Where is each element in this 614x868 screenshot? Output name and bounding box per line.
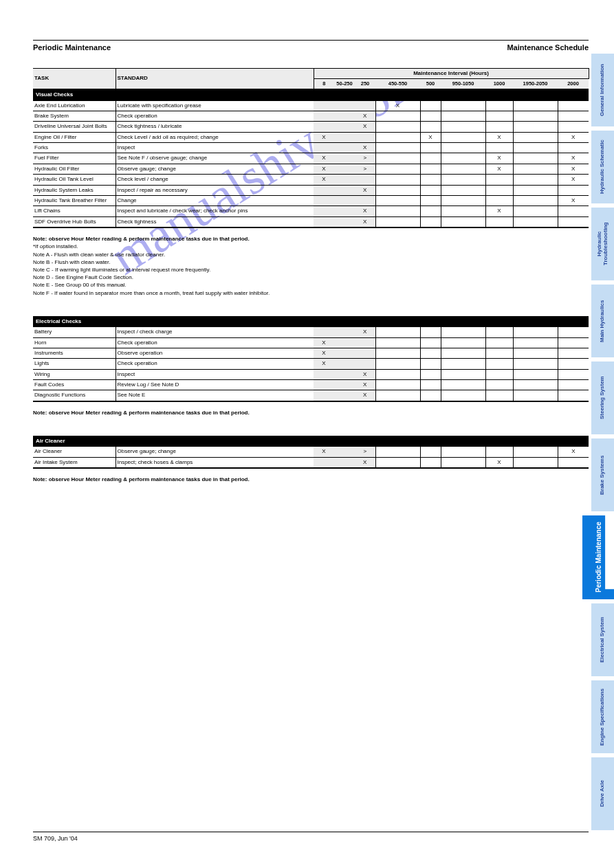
task-cell: Hydraulic Tank Breather Filter (33, 196, 116, 206)
interval-cell: X (355, 206, 375, 216)
interval-cell (334, 132, 355, 142)
interval-cell (441, 369, 485, 379)
task-cell: Lift Chains (33, 206, 116, 216)
interval-cell (375, 348, 420, 358)
standard-cell: Check operation (116, 337, 314, 348)
interval-cell: X (314, 359, 334, 369)
interval-cell: X (420, 132, 441, 142)
interval-cell (513, 369, 558, 379)
table-row: Hydraulic Oil FilterObserve gauge; chang… (33, 164, 589, 174)
interval-cell (375, 216, 420, 227)
interval-cell: X (314, 348, 334, 358)
interval-cell (420, 153, 441, 164)
interval-cell: X (558, 447, 589, 457)
interval-cell (513, 447, 558, 457)
interval-cell (513, 111, 558, 121)
task-cell: Brake System (33, 111, 116, 121)
interval-cell (513, 185, 558, 195)
interval-cell (355, 196, 375, 206)
side-tab[interactable]: Periodic Maintenance (582, 515, 614, 599)
interval-cell: > (355, 153, 375, 164)
interval-cell (441, 447, 485, 457)
interval-cell (375, 164, 420, 174)
interval-cell (441, 153, 485, 164)
interval-cell (420, 185, 441, 195)
interval-cell (485, 175, 513, 185)
interval-cell: X (355, 380, 375, 390)
interval-cell (420, 359, 441, 369)
interval-cell (314, 185, 334, 195)
col-interval: Maintenance Interval (Hours) (314, 69, 589, 79)
note-line: Note E - See Group 00 of this manual. (33, 281, 589, 289)
interval-cell (375, 369, 420, 379)
table-row: ForksInspectX (33, 143, 589, 153)
interval-cell (485, 380, 513, 390)
interval-cell (420, 206, 441, 216)
side-tab[interactable]: Electrical System (591, 603, 614, 676)
standard-cell: Inspect / repair as necessary (116, 185, 314, 195)
interval-cell (441, 164, 485, 174)
interval-cell (558, 337, 589, 348)
table-row: Fault CodesReview Log / See Note DX (33, 380, 589, 390)
task-cell: Battery (33, 327, 116, 337)
table-row: Air Intake SystemInspect; check hoses & … (33, 457, 589, 468)
interval-cell: X (355, 327, 375, 337)
task-cell: Horn (33, 337, 116, 348)
task-cell: Axle End Lubrication (33, 101, 116, 111)
section-visual: Visual Checks (33, 89, 589, 101)
interval-cell: X (485, 164, 513, 174)
table-row: Diagnostic FunctionsSee Note EX (33, 390, 589, 401)
interval-cell: X (355, 122, 375, 132)
task-cell: Engine Oil / Filter (33, 132, 116, 142)
side-tab[interactable]: Drive Axle (591, 757, 614, 830)
interval-cell (485, 111, 513, 121)
table-3-body: Air CleanerObserve gauge; changeX>XAir I… (33, 447, 589, 468)
interval-cell (558, 359, 589, 369)
interval-cell (314, 369, 334, 379)
interval-cell (314, 143, 334, 153)
side-tab[interactable]: Hydraulic Schematic (591, 131, 614, 203)
interval-cell (375, 327, 420, 337)
standard-cell: Inspect (116, 143, 314, 153)
notes-block-1: Note: observe Hour Meter reading & perfo… (33, 235, 589, 297)
interval-cell: X (314, 337, 334, 348)
interval-cell (485, 369, 513, 379)
interval-cell (441, 457, 485, 468)
col-standard: STANDARD (116, 69, 314, 89)
interval-cell: X (355, 390, 375, 401)
table-row: WiringInspectX (33, 369, 589, 379)
table-row: Lift ChainsInspect and lubricate / check… (33, 206, 589, 216)
interval-cell: X (485, 153, 513, 164)
interval-cell (513, 348, 558, 358)
task-cell: Air Cleaner (33, 447, 116, 457)
side-tab[interactable]: Steering System (591, 361, 614, 434)
interval-cell (513, 175, 558, 185)
side-tab[interactable]: Main Hydraulics (591, 285, 614, 357)
interval-cell (420, 101, 441, 111)
interval-cell: X (485, 132, 513, 142)
interval-cell (513, 327, 558, 337)
interval-cell (420, 327, 441, 337)
interval-cell (420, 216, 441, 227)
standard-cell: Observe gauge; change (116, 447, 314, 457)
interval-cell: X (355, 143, 375, 153)
interval-cell (375, 132, 420, 142)
interval-cell (441, 348, 485, 358)
table-row: Hydraulic System LeaksInspect / repair a… (33, 185, 589, 195)
interval-cell (375, 122, 420, 132)
interval-cell (355, 359, 375, 369)
side-tab[interactable]: Engine Specifications (591, 680, 614, 753)
interval-cell (314, 122, 334, 132)
interval-cell (420, 337, 441, 348)
table-row: Driveline Universal Joint BoltsCheck tig… (33, 122, 589, 132)
side-tab[interactable]: Brake Systems (591, 438, 614, 511)
interval-cell (314, 101, 334, 111)
side-tab[interactable]: Hydraulic Troubleshooting (591, 208, 614, 280)
interval-cell (485, 327, 513, 337)
notes-block-2: Note: observe Hour Meter reading & perfo… (33, 409, 589, 416)
maintenance-table-1: TASK STANDARD Maintenance Interval (Hour… (33, 68, 589, 228)
standard-cell: Check Level / add oil as required; chang… (116, 132, 314, 142)
side-tab[interactable]: General Information (591, 54, 614, 126)
interval-cell (513, 164, 558, 174)
interval-cell (558, 216, 589, 227)
